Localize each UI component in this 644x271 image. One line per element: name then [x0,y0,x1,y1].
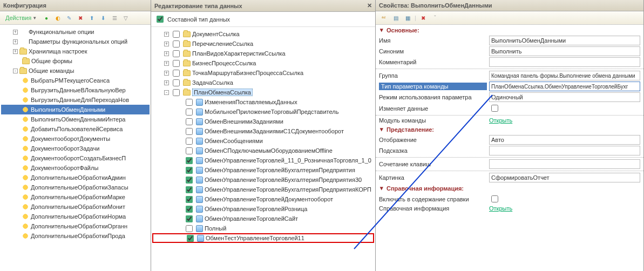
group-input[interactable]: Командная панель формы.Выполнение обмена… [489,71,640,80]
modifies-checkbox[interactable] [491,105,498,112]
delete-icon[interactable]: ✖ [76,13,85,23]
tree-row[interactable]: ДополнительныеОбработкиНорма [1,212,150,221]
type-tree-row[interactable]: ОбменСообщениями [152,136,374,146]
collapse-icon[interactable]: ▾ [379,126,384,133]
type-checkbox[interactable] [186,109,193,116]
expand-icon[interactable]: + [164,32,169,37]
type-checkbox[interactable] [173,60,180,67]
expand-icon[interactable]: + [13,39,18,44]
collapse-icon[interactable]: ▾ [379,185,384,192]
tree-row[interactable]: ДокументооборотФайлы [1,163,150,173]
tree-row[interactable]: ДополнительныеОбработкиПрода [1,231,150,241]
type-checkbox[interactable] [173,89,180,96]
config-tree[interactable]: +Функциональные опции+Параметры функцион… [0,25,151,271]
actions-menu[interactable]: Действия ▼ [2,13,40,22]
type-tree-row[interactable]: +БизнесПроцессСсылка [152,58,374,68]
sort-icon[interactable]: ☰ [110,13,119,23]
tree-row[interactable]: ДокументооборотДокументы [1,134,150,144]
type-checkbox[interactable] [186,215,193,222]
type-checkbox[interactable] [186,196,193,203]
type-checkbox[interactable] [186,167,193,174]
type-checkbox[interactable] [186,99,193,106]
tree-row[interactable]: ДокументооборотСоздатьБизнесП [1,153,150,163]
type-tree-row[interactable]: ОбменУправлениеТорговлей_11_0_РозничнаяТ… [152,155,374,165]
type-checkbox[interactable] [186,177,193,184]
tree-row[interactable]: ВыгрузитьДанныеДляПереходаНов [1,95,150,105]
type-checkbox[interactable] [187,235,194,242]
type-tree-row[interactable]: +ДокументСсылка [152,29,374,39]
type-tree-row[interactable]: ОбменУправлениеТорговлейДокументооборот [152,194,374,204]
type-tree-row[interactable]: ОбменУправлениеТорговлейБухгалтерияПредп… [152,185,374,194]
add-sub-icon[interactable]: ◐ [53,13,63,23]
include-help-checkbox[interactable] [491,195,498,202]
expand-icon[interactable]: + [164,80,169,85]
type-checkbox[interactable] [173,70,180,77]
type-checkbox[interactable] [186,225,193,232]
usage-mode-input[interactable]: Одиночный [489,92,640,102]
categorize-icon[interactable]: ▤ [391,13,401,23]
type-tree-row[interactable]: +ЗадачаСсылка [152,78,374,87]
move-up-icon[interactable]: ⬆ [87,13,97,23]
tree-row[interactable]: ДокументооборотЗадачи [1,144,150,153]
type-checkbox[interactable] [173,79,180,86]
tree-row[interactable]: Общие формы [1,56,150,66]
open-help-link[interactable]: Открыть [489,205,512,212]
collapse-icon[interactable]: ▾ [379,26,384,33]
type-tree-row[interactable]: -ПланОбменаСсылка [152,87,374,97]
expand-icon[interactable]: + [13,49,18,54]
open-module-link[interactable]: Открыть [489,117,512,124]
type-checkbox[interactable] [186,186,193,193]
sort-alpha-icon[interactable]: ᵃᶻ [379,13,389,23]
type-tree-row[interactable]: МобильноеПриложениеТорговыйПредставитель [152,107,374,117]
tree-row[interactable]: ВыгрузитьДанныеВЛокальнуюВер [1,85,150,95]
type-tree-row[interactable]: Полный [152,223,374,233]
type-tree-row[interactable]: ОбменУправлениеТорговлейБухгалтерияПредп… [152,175,374,185]
shortcut-input[interactable] [489,159,640,169]
tree-row[interactable]: ВыполнитьОбменДанными [1,105,150,114]
synonym-input[interactable]: Выполнить [489,46,640,56]
type-tree-row[interactable]: ОбменТестУправлениеТорговлей11 [152,233,374,243]
add-icon[interactable]: ● [42,13,51,23]
type-tree-row[interactable]: ИзмененияПоставляемыхДанных [152,97,374,107]
clear-icon[interactable]: ✖ [418,13,428,23]
type-tree[interactable]: +ДокументСсылка+ПеречислениеСсылка+ПланВ… [151,27,375,271]
categorize2-icon[interactable]: ▦ [403,13,412,23]
type-checkbox[interactable] [186,128,193,135]
expand-icon[interactable]: + [164,51,169,56]
move-down-icon[interactable]: ⬇ [98,13,108,23]
type-checkbox[interactable] [186,157,193,164]
type-checkbox[interactable] [186,118,193,125]
display-input[interactable]: Авто [489,135,640,145]
tree-row[interactable]: +Функциональные опции [1,27,150,37]
tree-row[interactable]: ВыполнитьОбменДаннымиИнтера [1,114,150,124]
type-tree-row[interactable]: ОбменВнешнимиЗаданиямиС1СДокументооборот [152,126,374,136]
expand-icon[interactable]: + [164,61,169,66]
tree-row[interactable]: +Хранилища настроек [1,46,150,56]
type-checkbox[interactable] [173,50,180,57]
type-tree-row[interactable]: ОбменУправлениеТорговлейРозница [152,204,374,214]
expand-icon[interactable]: - [164,90,169,95]
type-tree-row[interactable]: ОбменУправлениеТорговлейБухгалтерияПредп… [152,165,374,175]
expand-icon[interactable]: + [164,71,169,76]
expand-icon[interactable]: + [164,42,169,46]
comment-input[interactable] [489,57,640,67]
section-main[interactable]: ▾ Основные: [376,25,643,35]
tree-row[interactable]: ДополнительныеОбработкиОрганн [1,221,150,231]
expand-icon[interactable]: + [13,30,18,35]
dropdown-icon[interactable]: ˇ [430,13,440,23]
tree-row[interactable]: ВыбратьРМТекущегоСеанса [1,76,150,85]
tree-row[interactable]: ДополнительныеОбработкиМонит [1,202,150,212]
type-tree-row[interactable]: +ПеречислениеСсылка [152,39,374,49]
filter-icon[interactable]: ▽ [121,13,131,23]
type-checkbox[interactable] [186,138,193,145]
tree-row[interactable]: ДополнительныеОбработкиАдмин [1,173,150,182]
wand-icon[interactable]: ✎ [64,13,74,23]
type-checkbox[interactable] [173,40,180,48]
type-checkbox[interactable] [186,147,193,154]
type-tree-row[interactable]: ОбменСПодключаемымОборудованиемOffline [152,146,374,155]
section-reference[interactable]: ▾ Справочная информация: [376,183,643,193]
section-presentation[interactable]: ▾ Представление: [376,124,643,134]
type-tree-row[interactable]: ОбменУправлениеТорговлейСайт [152,214,374,223]
type-checkbox[interactable] [186,206,193,213]
type-tree-row[interactable]: +ПланВидовХарактеристикСсылка [152,49,374,58]
